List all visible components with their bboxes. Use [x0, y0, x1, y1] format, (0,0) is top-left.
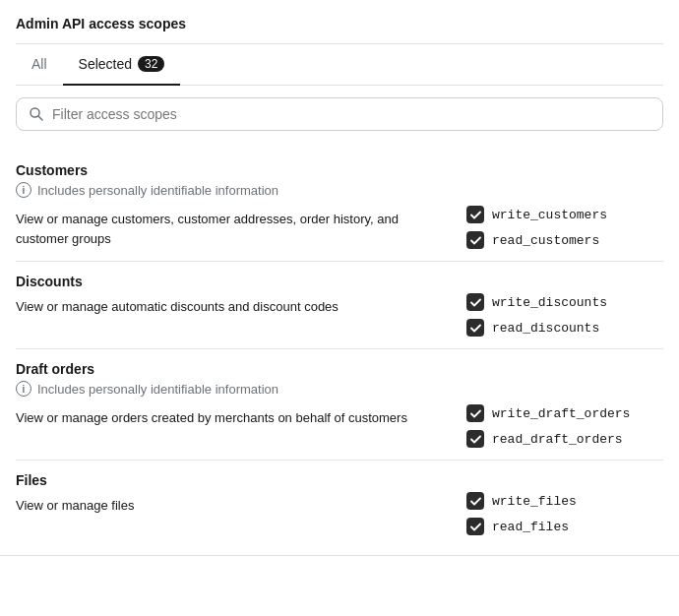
info-icon-customers: i	[16, 182, 31, 198]
section-draft-orders-row: View or manage orders created by merchan…	[16, 404, 663, 448]
checkbox-read-customers[interactable]: read_customers	[466, 231, 599, 249]
checkbox-write-draft-orders[interactable]: write_draft_orders	[466, 404, 630, 422]
tab-all-label: All	[31, 56, 47, 72]
section-customers: Customers i Includes personally identifi…	[16, 151, 663, 261]
section-discounts: Discounts View or manage automatic disco…	[16, 262, 663, 348]
section-draft-orders-title: Draft orders	[16, 361, 663, 377]
section-discounts-title: Discounts	[16, 274, 663, 289]
checkbox-read-files[interactable]: read_files	[466, 518, 569, 535]
checkbox-write-draft-orders-label: write_draft_orders	[492, 406, 630, 421]
checkbox-write-discounts[interactable]: write_discounts	[466, 293, 607, 311]
checkbox-read-files-label: read_files	[492, 520, 569, 534]
checkbox-write-customers-box[interactable]	[466, 206, 484, 223]
section-customers-checkboxes: write_customers read_customers	[466, 206, 663, 249]
section-draft-orders-info: i Includes personally identifiable infor…	[16, 381, 663, 397]
section-customers-info: i Includes personally identifiable infor…	[16, 182, 663, 198]
checkbox-write-draft-orders-box[interactable]	[466, 404, 484, 422]
section-customers-row: View or manage customers, customer addre…	[16, 206, 663, 249]
checkbox-write-discounts-box[interactable]	[466, 293, 484, 311]
search-icon	[29, 106, 44, 122]
section-files-title: Files	[16, 472, 663, 488]
tab-selected[interactable]: Selected 32	[63, 44, 181, 86]
section-files-description: View or manage files	[16, 492, 451, 516]
svg-line-1	[38, 116, 42, 120]
section-files-row: View or manage files write_files	[16, 492, 663, 535]
section-customers-info-text: Includes personally identifiable informa…	[37, 183, 278, 198]
section-draft-orders: Draft orders i Includes personally ident…	[16, 349, 663, 460]
checkbox-read-customers-box[interactable]	[466, 231, 484, 249]
section-draft-orders-checkboxes: write_draft_orders read_draft_orders	[466, 404, 663, 448]
checkbox-read-discounts-label: read_discounts	[492, 321, 599, 336]
checkbox-read-draft-orders[interactable]: read_draft_orders	[466, 430, 623, 448]
search-wrapper[interactable]	[16, 97, 663, 131]
section-draft-orders-description: View or manage orders created by merchan…	[16, 404, 451, 428]
tab-selected-label: Selected	[79, 56, 132, 72]
section-customers-title: Customers	[16, 162, 663, 178]
checkbox-write-files-label: write_files	[492, 494, 577, 509]
checkbox-write-customers[interactable]: write_customers	[466, 206, 607, 223]
section-files-checkboxes: write_files read_files	[466, 492, 663, 535]
tab-selected-badge: 32	[138, 56, 164, 72]
checkbox-write-customers-label: write_customers	[492, 208, 607, 222]
tabs-container: All Selected 32	[16, 44, 663, 86]
info-icon-draft-orders: i	[16, 381, 31, 397]
checkbox-read-discounts-box[interactable]	[466, 319, 484, 337]
search-input[interactable]	[52, 106, 650, 122]
search-container	[16, 86, 663, 143]
section-discounts-checkboxes: write_discounts read_discounts	[466, 293, 663, 337]
checkbox-read-discounts[interactable]: read_discounts	[466, 319, 599, 337]
checkbox-write-files-box[interactable]	[466, 492, 484, 510]
section-customers-description: View or manage customers, customer addre…	[16, 206, 451, 248]
section-discounts-row: View or manage automatic discounts and d…	[16, 293, 663, 337]
checkbox-write-files[interactable]: write_files	[466, 492, 577, 510]
page-title: Admin API access scopes	[16, 16, 663, 44]
checkbox-write-discounts-label: write_discounts	[492, 295, 607, 310]
section-discounts-description: View or manage automatic discounts and d…	[16, 293, 451, 317]
section-draft-orders-info-text: Includes personally identifiable informa…	[37, 382, 278, 397]
tab-all[interactable]: All	[16, 44, 63, 86]
checkbox-read-customers-label: read_customers	[492, 233, 599, 248]
section-files: Files View or manage files write_files	[16, 461, 663, 547]
checkbox-read-files-box[interactable]	[466, 518, 484, 535]
content: Customers i Includes personally identifi…	[16, 143, 663, 555]
checkbox-read-draft-orders-box[interactable]	[466, 430, 484, 448]
checkbox-read-draft-orders-label: read_draft_orders	[492, 432, 623, 447]
